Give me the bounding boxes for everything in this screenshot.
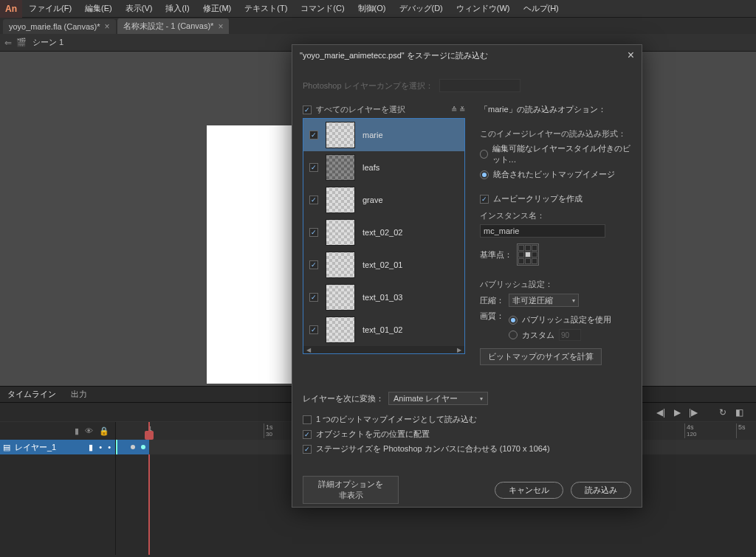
- layer-type-icon: ▤: [3, 443, 10, 452]
- stage-size-checkbox[interactable]: [303, 445, 312, 454]
- layer-checkbox[interactable]: [309, 163, 318, 172]
- quality-custom-label: カスタム: [522, 330, 554, 341]
- registration-label: 基準点：: [480, 249, 512, 260]
- layer-item[interactable]: text_02_02: [303, 216, 464, 249]
- layer-item[interactable]: marie: [303, 119, 464, 151]
- layers-column: すべてのレイヤーを選択 ≙ ≚ marie: [303, 104, 465, 378]
- menu-window[interactable]: ウィンドウ(W): [450, 0, 517, 18]
- scroll-left-icon[interactable]: ◀: [303, 346, 314, 353]
- original-position-label: オブジェクトを元の位置に配置: [316, 429, 430, 440]
- compression-select[interactable]: 非可逆圧縮 ▾: [509, 294, 579, 307]
- menu-edit[interactable]: 編集(E): [78, 0, 119, 18]
- layer-thumbnail: [326, 284, 355, 311]
- menu-text[interactable]: テキスト(T): [238, 0, 294, 18]
- timeline-layer-row[interactable]: ▤ レイヤー_1 ▮ • •: [0, 440, 115, 454]
- layer-thumbnail: [326, 316, 355, 343]
- keyframe-dot-icon: [131, 445, 135, 449]
- prev-frame-icon[interactable]: ◀|: [654, 406, 667, 419]
- expand-icon[interactable]: ≚: [459, 105, 465, 114]
- back-arrow-icon[interactable]: ⇐: [4, 38, 12, 48]
- menu-control[interactable]: 制御(O): [351, 0, 393, 18]
- compression-label: 圧縮：: [480, 295, 504, 306]
- calc-bitmap-size-button[interactable]: ビットマップのサイズを計算: [480, 348, 602, 365]
- play-icon[interactable]: ▶: [670, 406, 684, 419]
- instance-name-label: インスタンス名：: [480, 210, 631, 221]
- layer-checkbox[interactable]: [309, 325, 318, 334]
- cancel-button[interactable]: キャンセル: [495, 482, 563, 499]
- import-as-label: このイメージレイヤーの読み込み形式：: [480, 128, 631, 139]
- original-position-checkbox[interactable]: [303, 430, 312, 439]
- quality-publish-label: パブリッシュ設定を使用: [522, 314, 611, 325]
- menu-debug[interactable]: デバッグ(D): [393, 0, 450, 18]
- registration-grid[interactable]: [517, 243, 539, 266]
- layer-visible-dot[interactable]: •: [99, 443, 102, 452]
- menu-command[interactable]: コマンド(C): [294, 0, 351, 18]
- convert-layers-select[interactable]: Animate レイヤー ▾: [388, 392, 488, 405]
- scroll-track[interactable]: [314, 346, 454, 353]
- import-options-column: 「marie」の読み込みオプション： このイメージレイヤーの読み込み形式： 編集…: [480, 104, 631, 378]
- select-all-checkbox[interactable]: [303, 105, 312, 114]
- menu-view[interactable]: 表示(V): [119, 0, 159, 18]
- dialog-titlebar[interactable]: "yoyo_marie_animetecc.psd" をステージに読み込む ×: [292, 45, 642, 66]
- dialog-button-row: 詳細オプションを非表示 キャンセル 読み込み: [292, 466, 642, 514]
- layer-thumbnail: [326, 122, 355, 148]
- scene-icon: 🎬: [16, 38, 28, 48]
- menu-insert[interactable]: 挿入(I): [159, 0, 196, 18]
- playhead-handle[interactable]: [145, 431, 154, 440]
- layer-checkbox[interactable]: [309, 228, 318, 237]
- close-icon[interactable]: ×: [218, 21, 223, 32]
- highlight-icon[interactable]: ▮: [75, 426, 79, 436]
- loop-icon[interactable]: ↻: [716, 406, 729, 419]
- doc-tab-1[interactable]: 名称未設定 - 1 (Canvas)* ×: [117, 18, 230, 34]
- collapse-icon[interactable]: ≙: [451, 105, 457, 114]
- menu-file[interactable]: ファイル(F): [22, 0, 78, 18]
- layer-highlight-dot[interactable]: ▮: [89, 443, 93, 452]
- layer-comp-label: Photoshop レイヤーカンプを選択：: [303, 80, 433, 91]
- create-movieclip-checkbox[interactable]: [480, 195, 489, 204]
- layer-checkbox[interactable]: [309, 293, 318, 302]
- layer-name: text_01_03: [362, 293, 402, 302]
- layer-checkbox[interactable]: [309, 196, 318, 204]
- radio-editable-styles[interactable]: [480, 150, 488, 159]
- instance-name-input[interactable]: [480, 224, 605, 238]
- close-icon[interactable]: ×: [105, 21, 110, 32]
- frame-span[interactable]: [116, 440, 149, 454]
- layer-checkbox[interactable]: [309, 131, 318, 139]
- radio-quality-custom[interactable]: [509, 331, 518, 339]
- layer-lock-dot[interactable]: •: [108, 443, 111, 452]
- single-bitmap-checkbox[interactable]: [303, 415, 312, 424]
- radio-merged-label: 統合されたビットマップイメージ: [493, 169, 615, 180]
- scene-name[interactable]: シーン 1: [32, 37, 63, 48]
- tab-timeline[interactable]: タイムライン: [0, 387, 63, 402]
- document-tabs: yoyo_marie.fla (Canvas)* × 名称未設定 - 1 (Ca…: [0, 18, 756, 34]
- tab-output[interactable]: 出力: [63, 387, 94, 402]
- layers-header: ▮ 👁 🔒: [0, 422, 115, 440]
- layer-checkbox[interactable]: [309, 260, 318, 269]
- radio-merged-bitmap[interactable]: [480, 170, 489, 179]
- layer-item[interactable]: text_02_01: [303, 249, 464, 281]
- dialog-title: "yoyo_marie_animetecc.psd" をステージに読み込む: [300, 50, 488, 61]
- keyframe-dot-icon: [141, 445, 145, 449]
- menu-bar: An ファイル(F) 編集(E) 表示(V) 挿入(I) 修正(M) テキスト(…: [0, 0, 756, 18]
- radio-quality-publish[interactable]: [509, 316, 518, 325]
- eye-icon[interactable]: 👁: [85, 426, 93, 435]
- onion-icon[interactable]: ◧: [732, 406, 746, 419]
- menu-help[interactable]: ヘルプ(H): [517, 0, 566, 18]
- next-frame-icon[interactable]: |▶: [687, 406, 700, 419]
- layer-item[interactable]: text_01_03: [303, 281, 464, 314]
- layer-item[interactable]: text_01_02: [303, 314, 464, 346]
- layer-thumbnail: [326, 154, 355, 181]
- menu-modify[interactable]: 修正(M): [196, 0, 238, 18]
- scroll-right-icon[interactable]: ▶: [454, 346, 464, 353]
- doc-tab-0[interactable]: yoyo_marie.fla (Canvas)* ×: [3, 19, 116, 34]
- layer-thumbnail: [326, 252, 355, 278]
- close-icon[interactable]: ×: [628, 49, 634, 62]
- layer-item[interactable]: leafs: [303, 151, 464, 184]
- horizontal-scrollbar[interactable]: ◀ ▶: [303, 346, 464, 353]
- hide-advanced-button[interactable]: 詳細オプションを非表示: [303, 476, 399, 504]
- import-button[interactable]: 読み込み: [571, 482, 631, 499]
- tab-label: yoyo_marie.fla (Canvas)*: [9, 22, 100, 31]
- layer-item[interactable]: grave: [303, 184, 464, 216]
- lock-icon[interactable]: 🔒: [99, 426, 109, 436]
- convert-layers-label: レイヤーを次に変換：: [303, 393, 384, 404]
